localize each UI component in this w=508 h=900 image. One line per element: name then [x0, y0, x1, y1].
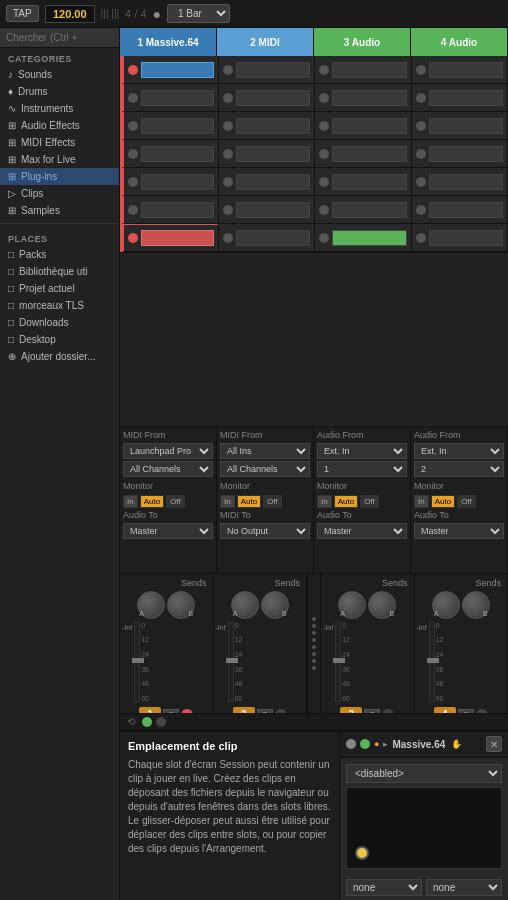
fader-track-4[interactable] [429, 622, 435, 702]
monitor-auto-btn-4[interactable]: Auto [431, 495, 455, 508]
send-b-knob-1[interactable] [167, 591, 195, 619]
clip-slot-3-3[interactable] [315, 112, 411, 140]
search-input[interactable] [0, 28, 119, 48]
send-a-knob-1[interactable] [137, 591, 165, 619]
clip-play-btn[interactable] [223, 65, 233, 75]
clip-slot-4-2[interactable] [412, 84, 508, 112]
tap-button[interactable]: TAP [6, 5, 39, 22]
track-header-3[interactable]: 3 Audio [314, 28, 411, 56]
clip-play-btn[interactable] [223, 93, 233, 103]
clip-play-btn[interactable] [223, 205, 233, 215]
sidebar-item-projet-actuel[interactable]: □ Projet actuel [0, 280, 119, 297]
clip-slot-2-4[interactable] [219, 140, 315, 168]
clip-play-btn[interactable] [128, 93, 138, 103]
clip-slot-1-5[interactable] [122, 168, 218, 196]
clip-slot-4-4[interactable] [412, 140, 508, 168]
send-b-knob-3[interactable] [368, 591, 396, 619]
clip-slot-1-6[interactable] [122, 196, 218, 224]
channel-select-1[interactable]: All Channels [123, 461, 213, 477]
audio-to-select-3[interactable]: Master [317, 523, 407, 539]
clip-slot-3-4[interactable] [315, 140, 411, 168]
audio-from-select-3[interactable]: Ext. In [317, 443, 407, 459]
sidebar-item-drums[interactable]: ♦ Drums [0, 83, 119, 100]
sidebar-item-max-for-live[interactable]: ⊞ Max for Live [0, 151, 119, 168]
sidebar-item-downloads[interactable]: □ Downloads [0, 314, 119, 331]
clip-slot-3-2[interactable] [315, 84, 411, 112]
clip-play-btn[interactable] [223, 233, 233, 243]
clip-slot-1-2[interactable] [122, 84, 218, 112]
clip-play-btn[interactable] [416, 233, 426, 243]
send-a-knob-2[interactable] [231, 591, 259, 619]
channel-select-2[interactable]: All Channels [220, 461, 310, 477]
device-close-btn[interactable]: ✕ [486, 736, 502, 752]
monitor-off-btn-1[interactable]: Off [166, 495, 185, 508]
clip-slot-1-1[interactable] [122, 56, 218, 84]
channel-select-3[interactable]: 1 [317, 461, 407, 477]
clip-slot-1-4[interactable] [122, 140, 218, 168]
device-knob-indicator[interactable] [355, 846, 369, 860]
monitor-off-btn-2[interactable]: Off [263, 495, 282, 508]
loop-icon[interactable]: ⟲ [124, 715, 138, 729]
fader-track-1[interactable] [134, 622, 140, 702]
send-b-knob-4[interactable] [462, 591, 490, 619]
transport-dot-2[interactable] [156, 717, 166, 727]
clip-play-btn[interactable] [319, 177, 329, 187]
audio-from-select-4[interactable]: Ext. In [414, 443, 504, 459]
sidebar-item-audio-effects[interactable]: ⊞ Audio Effects [0, 117, 119, 134]
channel-select-4[interactable]: 2 [414, 461, 504, 477]
clip-slot-2-1[interactable] [219, 56, 315, 84]
monitor-in-btn-1[interactable]: In [123, 495, 138, 508]
sidebar-item-ajouter-dossier[interactable]: ⊕ Ajouter dossier... [0, 348, 119, 365]
device-power-dot[interactable] [346, 739, 356, 749]
sidebar-item-midi-effects[interactable]: ⊞ MIDI Effects [0, 134, 119, 151]
clip-play-btn[interactable] [128, 65, 138, 75]
clip-slot-3-7[interactable] [315, 224, 411, 252]
sidebar-item-clips[interactable]: ▷ Clips [0, 185, 119, 202]
clip-slot-3-1[interactable] [315, 56, 411, 84]
sidebar-item-sounds[interactable]: ♪ Sounds [0, 66, 119, 83]
clip-play-btn[interactable] [223, 149, 233, 159]
fader-thumb-4[interactable] [427, 658, 439, 663]
clip-play-btn[interactable] [223, 177, 233, 187]
device-footer-right-select[interactable]: none [426, 879, 502, 896]
bpm-display[interactable]: 120.00 [45, 5, 95, 23]
sidebar-item-samples[interactable]: ⊞ Samples [0, 202, 119, 219]
monitor-off-btn-4[interactable]: Off [457, 495, 476, 508]
clip-play-btn[interactable] [416, 65, 426, 75]
clip-play-btn[interactable] [223, 121, 233, 131]
fader-track-3[interactable] [335, 622, 341, 702]
sidebar-item-bibliotheque[interactable]: □ Bibliothèque uti [0, 263, 119, 280]
clip-play-btn[interactable] [128, 233, 138, 243]
clip-play-btn[interactable] [416, 177, 426, 187]
clip-slot-3-5[interactable] [315, 168, 411, 196]
monitor-in-btn-3[interactable]: In [317, 495, 332, 508]
sidebar-item-instruments[interactable]: ∿ Instruments [0, 100, 119, 117]
fader-thumb-3[interactable] [333, 658, 345, 663]
midi-to-select-2[interactable]: No Output [220, 523, 310, 539]
clip-slot-4-5[interactable] [412, 168, 508, 196]
monitor-auto-btn-2[interactable]: Auto [237, 495, 261, 508]
clip-slot-4-1[interactable] [412, 56, 508, 84]
sidebar-item-packs[interactable]: □ Packs [0, 246, 119, 263]
clip-play-btn[interactable] [319, 205, 329, 215]
clip-slot-2-7[interactable] [219, 224, 315, 252]
clip-slot-1-7[interactable] [122, 224, 218, 252]
clip-slot-2-5[interactable] [219, 168, 315, 196]
clip-slot-2-3[interactable] [219, 112, 315, 140]
clip-play-btn[interactable] [416, 149, 426, 159]
monitor-in-btn-2[interactable]: In [220, 495, 235, 508]
clip-play-btn[interactable] [416, 205, 426, 215]
monitor-in-btn-4[interactable]: In [414, 495, 429, 508]
device-preset-select[interactable]: <disabled> [346, 764, 502, 783]
send-a-knob-4[interactable] [432, 591, 460, 619]
send-a-knob-3[interactable] [338, 591, 366, 619]
clip-play-btn[interactable] [319, 121, 329, 131]
send-b-knob-2[interactable] [261, 591, 289, 619]
clip-play-btn[interactable] [319, 93, 329, 103]
fader-thumb-2[interactable] [226, 658, 238, 663]
fader-track-2[interactable] [228, 622, 234, 702]
clip-play-btn[interactable] [128, 205, 138, 215]
clip-play-btn[interactable] [319, 233, 329, 243]
clip-slot-4-3[interactable] [412, 112, 508, 140]
clip-slot-4-7[interactable] [412, 224, 508, 252]
